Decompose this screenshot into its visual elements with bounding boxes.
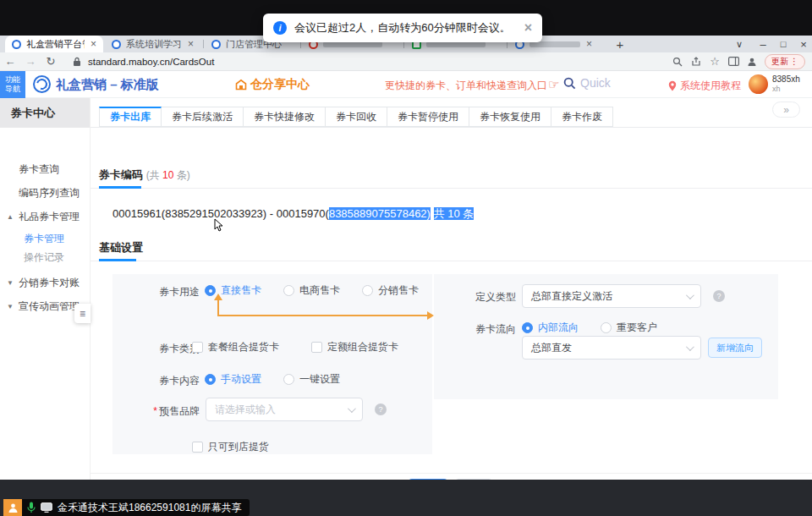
sidebar-group-gift-card-management[interactable]: ▲ 礼品券卡管理 <box>0 208 91 225</box>
lock-icon <box>71 56 83 68</box>
chevron-down-icon <box>686 343 694 351</box>
category-options: 套餐组合提货卡 定额组合提货卡 <box>192 340 398 354</box>
card-action-tabs: 券卡出库 券卡后续激活 券卡快捷修改 券卡回收 券卡暂停使用 券卡恢复使用 券卡… <box>99 107 613 127</box>
radio-one-key-setting[interactable] <box>283 374 294 385</box>
forward-button[interactable]: → <box>20 55 41 68</box>
checkbox-fixed-amount-combo-card[interactable] <box>311 342 322 353</box>
basic-section-title: 基础设置 <box>99 240 143 255</box>
info-icon: i <box>273 21 287 35</box>
share-icon[interactable] <box>690 56 702 68</box>
toast-close-icon[interactable]: × <box>524 20 532 36</box>
tab-close-icon[interactable]: × <box>586 38 592 50</box>
window-maximize-button[interactable]: □ <box>773 36 793 52</box>
checkbox-store-pickup-only[interactable] <box>192 442 203 453</box>
zoom-icon[interactable] <box>672 56 683 68</box>
sharer-avatar-icon <box>3 499 22 516</box>
sidebar-item-operation-records[interactable]: 操作记录 <box>0 249 91 266</box>
browser-tab-1[interactable]: 礼盒营销平台管理中心 × <box>5 36 103 52</box>
menu-dots-icon: ⋮ <box>790 57 798 66</box>
usage-options: 直接售卡 电商售卡 分销售卡 <box>205 283 419 298</box>
sidebar-collapse-handle[interactable]: ≡ <box>74 304 91 323</box>
brand-label: *预售品牌 <box>140 404 200 419</box>
add-flow-button[interactable]: 新增流向 <box>708 338 762 358</box>
app-view: 功能 导航 礼盒营销 – 标准版 仓分享中心 更快捷的券卡、订单和快递查询入口 … <box>0 71 812 480</box>
help-icon[interactable]: ? <box>375 403 387 415</box>
radio-important-customer[interactable] <box>601 322 612 333</box>
define-type-select[interactable]: 总部直接定义激活 <box>522 284 701 308</box>
section-divider <box>91 261 812 261</box>
window-close-button[interactable]: × <box>793 36 812 52</box>
flow-select[interactable]: 总部直发 <box>522 336 701 360</box>
chevron-down-icon: ▼ <box>7 303 14 310</box>
radio-internal-flow[interactable] <box>522 322 533 333</box>
collapse-panel-pill[interactable]: » <box>772 102 800 118</box>
chevron-down-icon <box>348 404 356 413</box>
tab-close-icon[interactable]: × <box>91 38 96 50</box>
code-section-title: 券卡编码 (共 10 条) <box>99 167 190 183</box>
code-count-note: (共 10 条) <box>146 169 190 181</box>
system-tutorial-link[interactable]: 系统使用教程 <box>668 79 741 93</box>
screen: 礼盒营销平台管理中心 × 系统培训学习 × 门店管理中心 <box>0 0 812 516</box>
content-options: 手动设置 一键设置 <box>205 372 340 387</box>
user-avatar[interactable] <box>749 74 768 94</box>
function-nav-button[interactable]: 功能 导航 <box>0 71 25 98</box>
warehouse-icon <box>235 79 247 91</box>
browser-toolbar: ← → ↻ standard.maboy.cn/CardsOut ☆ <box>0 52 812 71</box>
user-subname: xh <box>772 85 781 93</box>
side-panel-icon[interactable] <box>727 56 739 68</box>
selected-code-text: 8385889075578462) <box>329 207 431 220</box>
sidebar-group-distribution-reconciliation[interactable]: ▼ 分销券卡对账 <box>0 274 91 291</box>
profile-icon[interactable] <box>746 56 758 68</box>
quick-search[interactable]: Quick <box>563 76 611 90</box>
define-type-label: 定义类型 <box>464 290 516 305</box>
content-label: 券卡内容 <box>147 374 200 388</box>
flow-options: 内部流向 重要客户 <box>522 321 657 335</box>
tab-quick-modify[interactable]: 券卡快捷修改 <box>244 107 326 127</box>
window-minimize-button[interactable]: – <box>753 36 773 52</box>
quick-entry-promo: 更快捷的券卡、订单和快递查询入口 <box>385 79 547 93</box>
tab-search-icon[interactable]: ∨ <box>729 36 749 52</box>
radio-ecommerce-sale[interactable] <box>283 285 294 296</box>
bookmark-star-icon[interactable]: ☆ <box>709 56 721 68</box>
reload-button[interactable]: ↻ <box>41 55 61 68</box>
share-bar-text: 金禾通技术王斌18662591081的屏幕共享 <box>58 501 241 515</box>
tab-card-void[interactable]: 券卡作废 <box>551 107 613 127</box>
checkbox-package-combo-card[interactable] <box>192 342 203 353</box>
person-icon <box>8 502 19 513</box>
selected-count-text: 共 10 条 <box>434 207 475 220</box>
chevron-up-icon: ▲ <box>7 213 14 221</box>
url-address[interactable]: standard.maboy.cn/CardsOut <box>88 57 214 67</box>
presale-brand-select[interactable]: 请选择或输入 <box>206 398 363 421</box>
tab-card-resume[interactable]: 券卡恢复使用 <box>469 107 551 127</box>
tab-title: 礼盒营销平台管理中心 <box>26 38 85 51</box>
basic-settings-panel-left: 券卡用途 直接售卡 电商售卡 分销售卡 券卡类别 <box>112 274 432 454</box>
microphone-icon[interactable] <box>27 502 36 513</box>
tab-cards-out[interactable]: 券卡出库 <box>99 107 162 127</box>
new-tab-button[interactable]: + <box>612 36 628 52</box>
sidebar-item-card-query[interactable]: 券卡查询 <box>0 161 91 178</box>
back-button[interactable]: ← <box>0 55 20 68</box>
toast-message: 会议已超过2人，自动转为60分钟限时会议。 <box>294 20 511 36</box>
main-content: 券卡出库 券卡后续激活 券卡快捷修改 券卡回收 券卡暂停使用 券卡恢复使用 券卡… <box>91 98 812 480</box>
tab-close-icon[interactable]: × <box>188 38 194 50</box>
tab-followup-activation[interactable]: 券卡后续激活 <box>162 107 244 127</box>
radio-distribution-sale[interactable] <box>362 285 373 296</box>
help-icon[interactable]: ? <box>713 290 725 302</box>
tab-card-suspend[interactable]: 券卡暂停使用 <box>387 107 469 127</box>
site-favicon <box>112 40 121 49</box>
basic-settings-panel-right: 定义类型 总部直接定义激活 ? 券卡流向 内部流向 重要客户 <box>434 274 778 399</box>
share-center-link[interactable]: 仓分享中心 <box>235 77 310 92</box>
browser-tab-2[interactable]: 系统培训学习 × <box>105 36 201 52</box>
app-title: 礼盒营销 – 标准版 <box>56 77 159 93</box>
section-underline <box>99 259 136 261</box>
sidebar-item-card-management[interactable]: 券卡管理 <box>0 230 91 247</box>
footer-divider <box>91 473 812 474</box>
annotation-arrow-vertical <box>217 299 219 316</box>
site-favicon <box>211 40 221 49</box>
chrome-update-chip[interactable]: 更新 ⋮ <box>765 54 805 69</box>
tab-card-recycle[interactable]: 券卡回收 <box>326 107 387 127</box>
radio-manual-setting[interactable] <box>205 374 216 385</box>
site-favicon <box>12 40 21 49</box>
annotation-arrowhead-right <box>427 311 434 320</box>
sidebar-item-code-sequence-query[interactable]: 编码序列查询 <box>0 184 91 201</box>
